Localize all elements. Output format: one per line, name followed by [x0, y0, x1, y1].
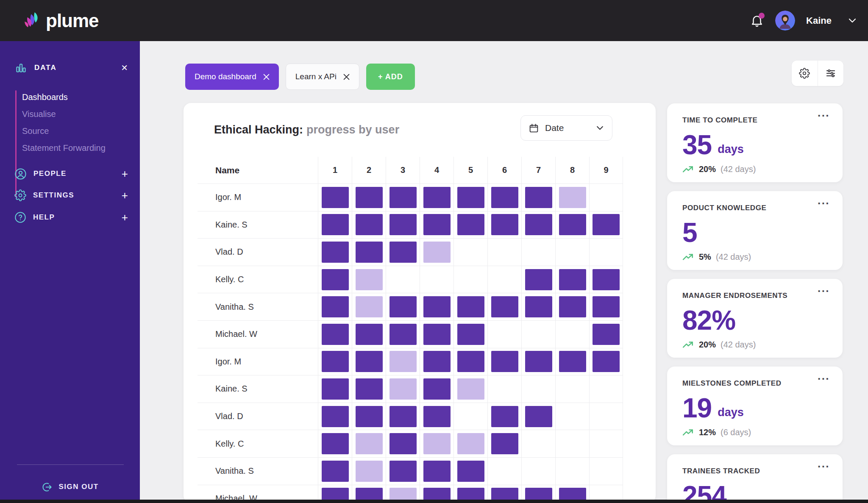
- sign-out-icon: [41, 481, 53, 493]
- sidebar-item-statement-forwarding[interactable]: Statement Forwarding: [22, 139, 128, 156]
- gear-icon: [799, 68, 810, 79]
- more-options-button[interactable]: ···: [818, 373, 830, 384]
- grid-slot: [589, 375, 623, 403]
- avatar[interactable]: [775, 11, 795, 31]
- stat-trend: 12%(6 days): [682, 428, 827, 437]
- sidebar-section-settings[interactable]: SETTINGS +: [0, 188, 140, 203]
- row-name: Igor. M: [198, 184, 318, 211]
- grid-slot: [453, 458, 487, 485]
- table-row: Vlad. D: [198, 403, 623, 430]
- grid-slot: [589, 321, 623, 348]
- user-menu-chevron-icon[interactable]: [849, 18, 856, 23]
- column-header-2: 2: [352, 157, 386, 183]
- trend-percent: 12%: [699, 428, 716, 437]
- heatmap-cell-light: [356, 269, 383, 290]
- heatmap-cell-dark: [389, 296, 417, 317]
- grid-slot: [521, 430, 555, 457]
- grid-slot: [386, 239, 420, 266]
- expand-people-icon[interactable]: +: [122, 168, 128, 179]
- grid-slot: [318, 266, 352, 293]
- heatmap-cell-dark: [525, 296, 552, 317]
- filter-sliders-button[interactable]: [818, 61, 844, 86]
- grid-slot: [420, 184, 453, 211]
- heatmap-cell-dark: [491, 296, 518, 317]
- sidebar-divider: [17, 464, 124, 465]
- sidebar-item-source[interactable]: Source: [22, 122, 128, 139]
- heatmap-cell-light: [457, 378, 484, 400]
- heatmap-cell-dark: [356, 378, 383, 400]
- logo-text: plume: [46, 11, 99, 30]
- trend-note: (42 days): [721, 340, 756, 350]
- table-row: Kelly. C: [198, 266, 623, 293]
- more-options-button[interactable]: ···: [818, 110, 830, 121]
- user-name[interactable]: Kaine: [806, 15, 832, 26]
- sidebar-section-people[interactable]: PEOPLE +: [0, 167, 140, 181]
- heatmap-cell-dark: [322, 214, 349, 235]
- close-tab-icon[interactable]: [343, 74, 350, 80]
- heatmap-cell-dark: [525, 214, 552, 235]
- heatmap-cell-dark: [356, 324, 383, 345]
- heatmap-cell-dark: [423, 378, 451, 400]
- expand-settings-icon[interactable]: +: [122, 190, 128, 201]
- grid-slot: [487, 293, 521, 320]
- table-row: Kaine. S: [198, 211, 623, 239]
- heatmap-cell-dark: [356, 351, 383, 372]
- grid-slot: [318, 403, 352, 430]
- heatmap-cell-dark: [389, 242, 417, 263]
- column-header-4: 4: [420, 157, 453, 183]
- heatmap-cell-light: [457, 433, 484, 454]
- sidebar-item-visualise[interactable]: Visualise: [22, 106, 128, 122]
- collapse-data-icon[interactable]: ✕: [121, 61, 128, 75]
- tab-learn-x-api[interactable]: Learn x APi: [286, 64, 359, 90]
- add-tab-button[interactable]: + ADD: [366, 64, 415, 90]
- grid-slot: [521, 184, 555, 211]
- grid-slot: [420, 348, 453, 375]
- expand-help-icon[interactable]: +: [122, 212, 128, 223]
- tab-label: Demo dashboard: [195, 72, 256, 81]
- bar-chart-icon: [15, 62, 27, 74]
- sign-out-button[interactable]: SIGN OUT: [0, 480, 140, 494]
- heatmap-cell-dark: [593, 214, 620, 235]
- row-name: Vanitha. S: [198, 458, 318, 485]
- sidebar-item-dashboards[interactable]: Dashboards: [22, 89, 128, 106]
- grid-slot: [420, 239, 453, 266]
- heatmap-cell-dark: [322, 187, 349, 208]
- grid-slot: [521, 348, 555, 375]
- date-filter-button[interactable]: Date: [520, 115, 612, 141]
- more-options-button[interactable]: ···: [818, 461, 830, 472]
- row-name: Vanitha. S: [198, 293, 318, 320]
- close-tab-icon[interactable]: [263, 74, 270, 80]
- grid-slot: [589, 239, 623, 266]
- panel-title-rest: progress by user: [306, 123, 399, 136]
- more-options-button[interactable]: ···: [818, 198, 830, 209]
- grid-slot: [352, 458, 386, 485]
- heatmap-cell-light: [559, 187, 586, 208]
- stat-label: MANAGER ENDROSEMENTS: [682, 292, 787, 300]
- heatmap-cell-dark: [322, 461, 349, 482]
- notifications-bell-icon[interactable]: [750, 14, 764, 28]
- dashboard-settings-button[interactable]: [792, 61, 818, 86]
- trend-note: (42 days): [716, 252, 751, 262]
- row-name: Igor. M: [198, 348, 318, 375]
- grid-slot: [318, 211, 352, 239]
- heatmap-cell-dark: [389, 433, 417, 454]
- plume-logo[interactable]: plume: [22, 11, 99, 31]
- grid-slot: [420, 321, 453, 348]
- tab-demo-dashboard[interactable]: Demo dashboard: [185, 64, 279, 90]
- column-header-name: Name: [198, 157, 318, 183]
- sidebar-section-data[interactable]: DATA ✕: [0, 61, 140, 75]
- grid-slot: [420, 211, 453, 239]
- row-name: Michael. W: [198, 321, 318, 348]
- people-icon: [14, 168, 27, 180]
- grid-slot: [386, 293, 420, 320]
- trend-note: (6 days): [721, 428, 751, 437]
- heatmap-cell-light: [389, 351, 417, 372]
- sidebar-section-label: SETTINGS: [33, 191, 74, 200]
- sidebar-section-help[interactable]: HELP +: [0, 210, 140, 225]
- grid-slot: [386, 458, 420, 485]
- stat-card-manager-endrosements: MANAGER ENDROSEMENTS···82%20%(42 days): [667, 279, 843, 358]
- grid-slot: [420, 293, 453, 320]
- grid-slot: [487, 375, 521, 403]
- stat-label: MIELSTONES COMPLETED: [682, 379, 782, 387]
- more-options-button[interactable]: ···: [818, 286, 830, 297]
